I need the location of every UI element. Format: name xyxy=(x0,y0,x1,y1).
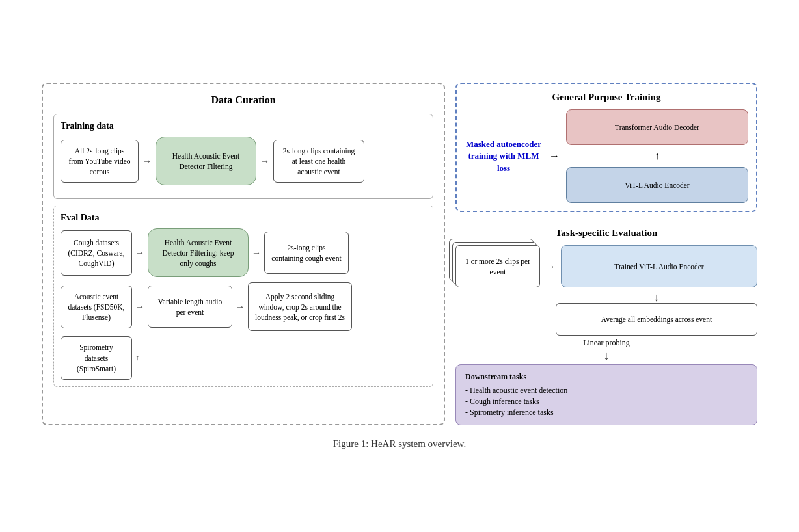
health-filter-box-1: Health Acoustic Event Detector Filtering xyxy=(156,137,256,185)
cough-flow-row: Cough datasets (CIDRZ, Coswara, CoughVID… xyxy=(61,228,426,277)
downstream-item-1: - Health acoustic event detection xyxy=(465,385,748,396)
clips-box: 1 or more 2s clips per event xyxy=(455,245,540,287)
down-arrow-avg: ↓ xyxy=(654,291,660,303)
acoustic-flow-row: Acoustic event datasets (FSD50K, Flusens… xyxy=(61,282,426,331)
gp-arrow: → xyxy=(549,150,560,162)
arrow-6: → xyxy=(236,302,245,312)
arrow-2: → xyxy=(260,156,269,166)
training-flow-row: All 2s-long clips from YouTube video cor… xyxy=(61,137,426,185)
avg-embeddings-box: Average all embeddings across event xyxy=(556,303,757,336)
training-label: Training data xyxy=(61,121,426,131)
downstream-item-3: - Spirometry inference tasks xyxy=(465,407,748,418)
left-panel: Data Curation Training data All 2s-long … xyxy=(42,83,445,425)
arrow-4: → xyxy=(252,248,261,258)
avg-embed-container: ↓ Average all embeddings across event xyxy=(455,291,757,336)
training-source-box: All 2s-long clips from YouTube video cor… xyxy=(61,140,139,183)
avg-embed-row: ↓ Average all embeddings across event xyxy=(556,291,757,336)
gp-section: General Purpose Training Masked autoenco… xyxy=(455,83,757,212)
main-diagram: Data Curation Training data All 2s-long … xyxy=(42,83,757,425)
right-panel: General Purpose Training Masked autoenco… xyxy=(455,83,757,425)
avg-embed-flow: ↓ Average all embeddings across event xyxy=(556,291,757,336)
vit-encoder-box: ViT-L Audio Encoder xyxy=(566,167,748,203)
cough-output-box: 2s-long clips containing cough event xyxy=(264,232,349,274)
training-output-box: 2s-long clips containing at least one he… xyxy=(273,140,364,183)
arrow-5: → xyxy=(135,302,144,312)
gp-title: General Purpose Training xyxy=(465,92,748,103)
linear-probing-section: Linear probing ↓ xyxy=(455,338,757,362)
eval-section: Eval Data Cough datasets (CIDRZ, Coswara… xyxy=(53,206,433,386)
eval-label: Eval Data xyxy=(61,213,426,223)
downstream-title: Downstream tasks xyxy=(465,371,748,382)
up-arrow-container: ↑ xyxy=(566,150,748,162)
downstream-item-2: - Cough inference tasks xyxy=(465,396,748,407)
task-arrow-1: → xyxy=(545,261,556,273)
acoustic-source-box: Acoustic event datasets (FSD50K, Flusens… xyxy=(61,286,132,328)
arrow-7: ↑ xyxy=(135,353,139,363)
task-title: Task-specific Evaluation xyxy=(455,228,757,239)
encoder-decoder: Transformer Audio Decoder ↑ ViT-L Audio … xyxy=(566,109,748,203)
transformer-decoder-box: Transformer Audio Decoder xyxy=(566,109,748,145)
task-top-row: 1 or more 2s clips per event → Trained V… xyxy=(455,245,757,287)
gp-content: Masked autoencoder training with MLM los… xyxy=(465,109,748,203)
down-arrow-lp: ↓ xyxy=(604,350,610,362)
training-section: Training data All 2s-long clips from You… xyxy=(53,114,433,199)
clips-stacked: 1 or more 2s clips per event xyxy=(455,245,540,287)
arrow-3: → xyxy=(135,248,144,258)
masked-ae-text: Masked autoencoder training with MLM los… xyxy=(465,139,543,174)
cough-source-box: Cough datasets (CIDRZ, Coswara, CoughVID… xyxy=(61,230,132,276)
variable-audio-box: Variable length audio per event xyxy=(148,286,232,328)
left-panel-title: Data Curation xyxy=(53,94,433,106)
health-filter-box-2: Health Acoustic Event Detector Filtering… xyxy=(148,228,249,277)
linear-probing-label: Linear probing xyxy=(583,338,630,348)
diagram-container: Data Curation Training data All 2s-long … xyxy=(42,83,757,449)
task-section: Task-specific Evaluation 1 or more 2s cl… xyxy=(455,220,757,425)
sliding-window-box: Apply 2 second sliding window, crop 2s a… xyxy=(248,282,352,331)
downstream-box: Downstream tasks - Health acoustic event… xyxy=(455,364,757,425)
trained-encoder-box: Trained ViT-L Audio Encoder xyxy=(561,245,757,287)
figure-caption: Figure 1: HeAR system overview. xyxy=(333,438,466,449)
up-arrow: ↑ xyxy=(655,150,660,162)
spirometry-source-box: Spirometry datasets (SpiroSmart) xyxy=(61,336,132,379)
arrow-1: → xyxy=(142,156,152,166)
spirometry-flow-row: Spirometry datasets (SpiroSmart) ↑ xyxy=(61,336,426,379)
